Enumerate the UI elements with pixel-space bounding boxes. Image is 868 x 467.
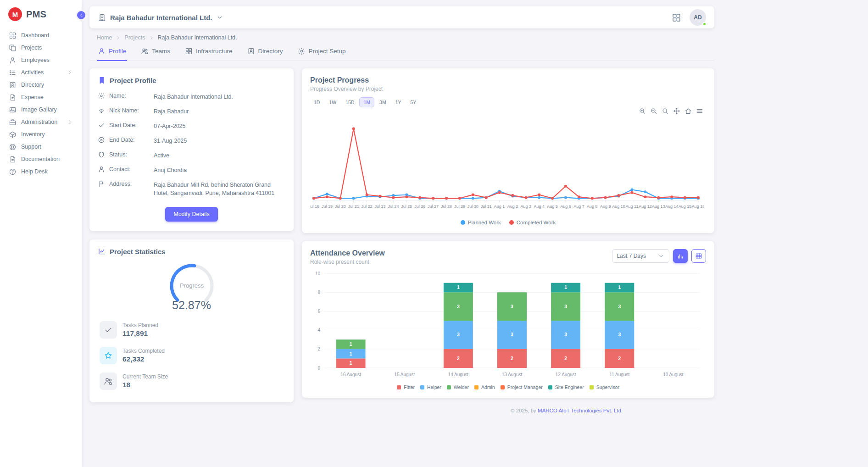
- sidebar-item-expense[interactable]: Expense: [5, 91, 77, 103]
- sidebar-item-label: Directory: [21, 82, 73, 88]
- sidebar-item-projects[interactable]: Projects: [5, 42, 77, 54]
- range-15d-button[interactable]: 15D: [342, 98, 358, 107]
- svg-text:1: 1: [457, 284, 460, 290]
- range-5y-button[interactable]: 5Y: [406, 98, 420, 107]
- tab-teams[interactable]: Teams: [140, 43, 171, 61]
- attendance-overview-card: Attendance Overview Role-wise present co…: [302, 241, 714, 398]
- footer: © 2025, by MARCO AIoT Technologies Pvt. …: [89, 402, 714, 418]
- svg-text:Aug 1: Aug 1: [494, 204, 505, 209]
- user-icon: [98, 166, 105, 173]
- profile-field: Status:Active: [98, 148, 285, 163]
- sidebar-item-image-gallery[interactable]: Image Gallary: [5, 104, 77, 116]
- svg-text:Jul 27: Jul 27: [428, 204, 439, 209]
- field-value: 07-Apr-2025: [154, 122, 285, 130]
- sidebar-item-label: Help Desk: [21, 168, 73, 175]
- user-avatar[interactable]: AD: [690, 9, 706, 26]
- legend-label: Project Manager: [507, 384, 543, 390]
- legend-item[interactable]: Helper: [420, 384, 441, 390]
- profile-field: Address:Raja Bahadur Mill Rd, behind She…: [98, 178, 285, 200]
- legend-item[interactable]: Fitter: [397, 384, 415, 390]
- app-name: PMS: [26, 9, 46, 20]
- sidebar-item-administration[interactable]: Administration: [5, 116, 77, 128]
- svg-text:3: 3: [457, 332, 460, 337]
- breadcrumb: HomeProjectsRaja Bahadur International L…: [89, 31, 714, 43]
- sidebar-item-activities[interactable]: Activities: [5, 67, 77, 78]
- chart-icon: [98, 247, 106, 256]
- range-1y-button[interactable]: 1Y: [392, 98, 405, 107]
- sidebar-item-inventory[interactable]: Inventory: [5, 128, 77, 140]
- sidebar-item-support[interactable]: Support: [5, 141, 77, 153]
- svg-text:Aug 8: Aug 8: [587, 204, 598, 209]
- svg-text:Jul 23: Jul 23: [374, 204, 385, 209]
- attendance-card-title: Attendance Overview: [310, 249, 385, 257]
- tab-project-setup[interactable]: Project Setup: [297, 43, 347, 61]
- legend-item[interactable]: Welder: [447, 384, 469, 390]
- chevron-right-icon: [115, 35, 121, 41]
- field-value: 31-Aug-2025: [154, 136, 285, 145]
- footer-company-link[interactable]: MARCO AIoT Technologies Pvt. Ltd.: [538, 408, 623, 413]
- legend-item[interactable]: Site Engineer: [548, 384, 584, 390]
- breadcrumb-item[interactable]: Home: [97, 34, 112, 41]
- bar-view-toggle[interactable]: [673, 249, 688, 263]
- field-label: Address:: [109, 181, 132, 187]
- helpdesk-icon: [9, 168, 17, 176]
- sidebar-item-label: Inventory: [21, 131, 73, 138]
- sidebar-collapse-button[interactable]: [76, 10, 87, 21]
- zoom-out-icon: [650, 107, 657, 115]
- company-selector[interactable]: Raja Bahadur International Ltd.: [98, 13, 223, 22]
- app-logo[interactable]: M PMS: [0, 0, 82, 28]
- sidebar-item-label: Expense: [21, 94, 73, 100]
- directory-icon: [247, 47, 255, 55]
- svg-text:Aug 4: Aug 4: [534, 204, 545, 209]
- modify-details-button[interactable]: Modify Details: [165, 207, 218, 222]
- attendance-chart: 024681016 August11115 August14 August233…: [310, 269, 704, 382]
- grid-icon: [672, 13, 681, 22]
- table-view-toggle[interactable]: [691, 249, 706, 263]
- range-3m-button[interactable]: 3M: [376, 98, 390, 107]
- tab-infrastructure[interactable]: Infrastructure: [184, 43, 234, 61]
- svg-text:10 August: 10 August: [663, 372, 684, 377]
- projects-icon: [9, 44, 17, 52]
- range-1d-button[interactable]: 1D: [310, 98, 323, 107]
- profile-field: Contact:Anuj Chordia: [98, 163, 285, 178]
- svg-text:Aug 7: Aug 7: [573, 204, 584, 209]
- tab-label: Teams: [152, 48, 170, 55]
- legend-item[interactable]: Supervisor: [590, 384, 619, 390]
- sidebar-item-help-desk[interactable]: Help Desk: [5, 166, 77, 178]
- svg-text:3: 3: [618, 304, 621, 309]
- legend-item[interactable]: Admin: [474, 384, 495, 390]
- tab-profile[interactable]: Profile: [97, 43, 127, 61]
- sidebar-item-directory[interactable]: Directory: [5, 79, 77, 91]
- home-icon: [684, 107, 692, 115]
- apps-grid-button[interactable]: [671, 12, 682, 23]
- stat-item: Tasks Completed62,332: [100, 347, 284, 364]
- building-icon: [98, 13, 106, 22]
- range-1w-button[interactable]: 1W: [325, 98, 340, 107]
- sidebar-item-label: Employees: [21, 57, 73, 63]
- sidebar-item-dashboard[interactable]: Dashboard: [5, 29, 77, 41]
- svg-text:15 August: 15 August: [394, 372, 415, 377]
- legend-item[interactable]: Completed Work: [509, 220, 556, 225]
- legend-label: Admin: [481, 384, 495, 390]
- chevron-right-icon: [67, 119, 73, 125]
- legend-item[interactable]: Planned Work: [461, 220, 501, 225]
- sidebar: M PMS DashboardProjectsEmployeesActiviti…: [0, 0, 82, 467]
- sidebar-item-employees[interactable]: Employees: [5, 54, 77, 66]
- activities-icon: [9, 69, 17, 77]
- legend-label: Welder: [454, 384, 469, 390]
- sidebar-item-documentation[interactable]: Documentation: [5, 153, 77, 165]
- breadcrumb-item[interactable]: Projects: [124, 34, 145, 41]
- svg-text:10: 10: [315, 271, 321, 276]
- online-status-dot: [702, 22, 707, 26]
- days-filter-select[interactable]: Last 7 Days: [612, 249, 669, 263]
- stat-label: Tasks Completed: [122, 348, 165, 354]
- svg-text:1: 1: [350, 360, 352, 366]
- legend-item[interactable]: Project Manager: [501, 384, 543, 390]
- range-1m-button[interactable]: 1M: [360, 98, 374, 107]
- logo-icon: M: [8, 7, 22, 21]
- svg-text:Jul 26: Jul 26: [414, 204, 425, 209]
- field-value: Raja Bahadur Mill Rd, behind Sheraton Gr…: [154, 180, 285, 197]
- svg-text:2: 2: [511, 356, 513, 361]
- tab-directory[interactable]: Directory: [246, 43, 284, 61]
- svg-text:13 August: 13 August: [502, 372, 523, 377]
